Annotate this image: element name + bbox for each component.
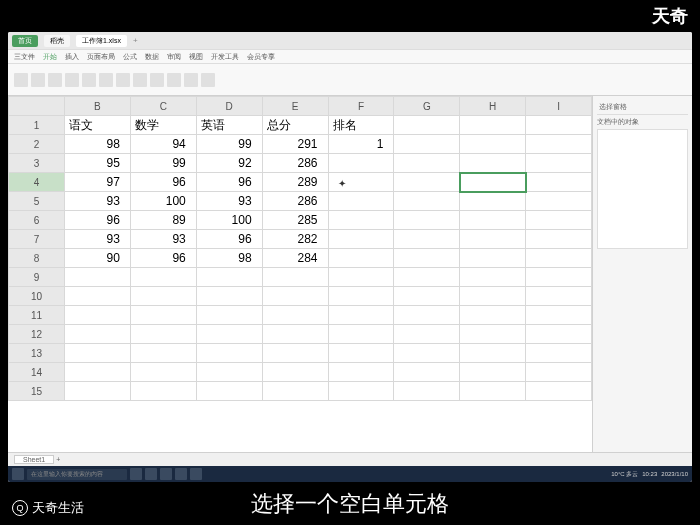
cell[interactable] [328,363,394,382]
ribbon-tab-dev[interactable]: 开发工具 [211,52,239,62]
ribbon-tab-review[interactable]: 审阅 [167,52,181,62]
col-header[interactable]: H [460,97,526,116]
cell[interactable] [394,344,460,363]
cell[interactable] [460,116,526,135]
cell[interactable] [394,173,460,192]
cell[interactable] [262,268,328,287]
cell[interactable]: 英语 [196,116,262,135]
cell[interactable] [526,173,592,192]
cell[interactable] [394,135,460,154]
cell[interactable] [526,268,592,287]
tab-docer[interactable]: 稻壳 [44,35,70,47]
cell[interactable]: 284 [262,249,328,268]
cell[interactable] [526,344,592,363]
clock-time[interactable]: 10:23 [642,471,657,477]
ribbon-btn[interactable] [201,73,215,87]
cell[interactable] [526,116,592,135]
cell[interactable] [130,325,196,344]
ribbon-btn[interactable] [150,73,164,87]
cell[interactable] [526,249,592,268]
cell[interactable] [394,230,460,249]
cell[interactable] [460,192,526,211]
cell[interactable] [262,287,328,306]
row-header[interactable]: 4 [9,173,65,192]
cell[interactable] [394,268,460,287]
row-header[interactable]: 2 [9,135,65,154]
cell[interactable] [394,249,460,268]
cell[interactable]: 93 [65,192,131,211]
cell[interactable] [65,325,131,344]
ribbon-btn[interactable] [116,73,130,87]
cell[interactable] [196,382,262,401]
cell[interactable] [394,287,460,306]
cell[interactable]: 286 [262,154,328,173]
cell[interactable]: 89 [130,211,196,230]
row-header[interactable]: 12 [9,325,65,344]
ribbon-btn[interactable] [31,73,45,87]
cell[interactable] [526,382,592,401]
col-header[interactable]: I [526,97,592,116]
row-header[interactable]: 14 [9,363,65,382]
cell[interactable] [526,135,592,154]
start-button[interactable] [12,468,24,480]
sheet-add[interactable]: + [56,456,60,463]
cell[interactable] [460,306,526,325]
ribbon-btn[interactable] [14,73,28,87]
col-header[interactable]: B [65,97,131,116]
cell[interactable]: 数学 [130,116,196,135]
ribbon-tab-layout[interactable]: 页面布局 [87,52,115,62]
cell[interactable] [328,382,394,401]
cell[interactable]: 总分 [262,116,328,135]
cell[interactable] [460,344,526,363]
cell[interactable] [394,154,460,173]
ribbon-tab-data[interactable]: 数据 [145,52,159,62]
cell[interactable]: 93 [196,192,262,211]
cell[interactable] [130,306,196,325]
sheet-tab[interactable]: Sheet1 [14,455,54,464]
cell[interactable] [460,173,526,192]
ribbon-tab-formula[interactable]: 公式 [123,52,137,62]
cell[interactable] [460,287,526,306]
cell[interactable] [65,363,131,382]
cell[interactable]: 95 [65,154,131,173]
cell[interactable] [196,325,262,344]
row-header[interactable]: 9 [9,268,65,287]
cell[interactable] [196,363,262,382]
cell[interactable] [196,344,262,363]
cell[interactable] [460,249,526,268]
ribbon-tab-start[interactable]: 开始 [43,52,57,62]
cell[interactable] [460,325,526,344]
task-app-icon[interactable] [130,468,142,480]
task-app-icon[interactable] [145,468,157,480]
cell[interactable] [328,268,394,287]
cell[interactable] [262,382,328,401]
cell[interactable] [262,344,328,363]
tab-home[interactable]: 首页 [12,35,38,47]
cell[interactable] [394,211,460,230]
spreadsheet-grid[interactable]: BCDEFGHI1语文数学英语总分排名298949929113959992286… [8,96,592,452]
cell[interactable]: 96 [65,211,131,230]
cell[interactable] [526,287,592,306]
cell[interactable]: 98 [65,135,131,154]
cell[interactable] [130,268,196,287]
cell[interactable]: 100 [196,211,262,230]
cell[interactable] [394,363,460,382]
cell[interactable]: 92 [196,154,262,173]
cell[interactable] [196,306,262,325]
tab-add[interactable]: + [133,36,138,45]
cell[interactable] [394,382,460,401]
cell[interactable]: 98 [196,249,262,268]
col-header[interactable]: E [262,97,328,116]
col-header[interactable] [9,97,65,116]
ribbon-btn[interactable] [82,73,96,87]
cell[interactable] [526,211,592,230]
cell[interactable] [328,154,394,173]
pane-content[interactable] [597,129,688,249]
cell[interactable] [196,268,262,287]
row-header[interactable]: 15 [9,382,65,401]
row-header[interactable]: 13 [9,344,65,363]
row-header[interactable]: 6 [9,211,65,230]
cell[interactable] [460,268,526,287]
cell[interactable] [328,230,394,249]
row-header[interactable]: 8 [9,249,65,268]
